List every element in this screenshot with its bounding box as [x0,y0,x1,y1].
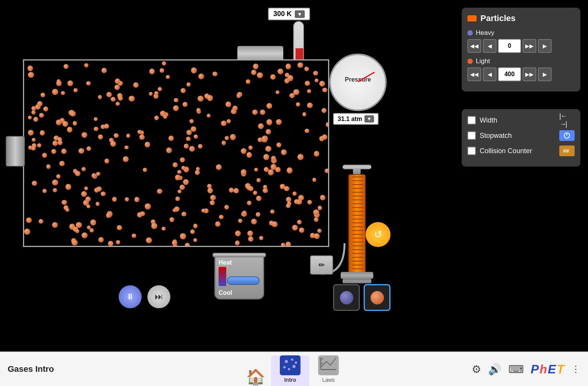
particle [87,146,91,151]
heavy-count-input[interactable] [498,39,521,53]
collision-checkbox[interactable] [467,147,476,155]
heat-cool-slider[interactable] [227,276,260,285]
particle [225,101,231,107]
particle [137,130,142,134]
svg-rect-13 [321,369,336,370]
heat-cool-container[interactable]: Heat Cool [214,253,266,299]
particle [254,168,258,172]
step-button[interactable]: ⏭ [147,285,170,308]
stopwatch-label: Stopwatch [480,132,512,140]
heavy-decrease-fast-button[interactable]: ◀◀ [467,39,481,53]
intro-icon-svg [281,356,300,375]
keyboard-button[interactable]: ⌨ [508,363,524,376]
heavy-decrease-button[interactable]: ◀ [483,39,497,53]
particle [266,129,271,134]
collision-icon: ## [559,146,575,156]
particle [46,164,51,168]
light-increase-button[interactable]: ▶▶ [523,67,536,81]
heavy-particle-selector[interactable] [333,284,360,311]
light-decrease-fast-button[interactable]: ◀◀ [467,67,481,81]
pressure-dropdown-button[interactable]: ▼ [364,115,374,123]
particle [271,156,276,161]
bucket-top [212,253,266,257]
particle [32,138,36,142]
particle [31,146,36,150]
particle [216,164,222,170]
light-controls: ◀◀ ◀ ▶▶ ▶ [467,67,575,81]
particle [62,200,67,205]
particle [259,236,263,240]
home-button[interactable]: 🏠 [240,368,271,386]
gas-container [23,59,329,247]
particle [37,101,42,106]
particle [185,243,190,247]
particle [98,95,102,99]
panel-header: Particles [467,13,575,23]
temperature-dropdown-button[interactable]: ▼ [295,10,305,18]
particle [201,209,205,213]
pressure-gauge: Pressure [329,54,387,111]
more-button[interactable]: ⋮ [571,364,580,375]
particle [296,199,302,205]
particle [31,106,36,111]
particle [313,71,318,76]
particle [108,241,113,246]
tab-laws[interactable]: Laws [309,355,348,386]
eraser-button[interactable]: ✏ [310,255,333,275]
particle [314,151,320,157]
particle [70,111,75,116]
particle [248,186,253,191]
particle [299,227,304,233]
laws-icon-svg [319,356,338,375]
particle [251,219,257,224]
particle [317,229,322,233]
particle [297,220,302,224]
particle [307,103,313,108]
heavy-increase-fast-button[interactable]: ▶ [538,39,552,53]
particle [123,156,129,162]
particle [118,96,123,101]
particle [247,231,253,236]
particle [82,132,87,138]
stopwatch-checkbox[interactable] [467,131,476,140]
light-count-input[interactable] [498,67,521,81]
particle [276,90,279,94]
tab-intro[interactable]: Intro [271,355,309,386]
particle [241,148,247,154]
particle [116,240,121,245]
particle [133,82,139,88]
particle [149,69,155,74]
stopwatch-svg [561,131,573,140]
particle [318,206,322,210]
particle [112,197,117,201]
particle [132,234,136,238]
particle [116,102,120,106]
particle [76,222,82,228]
particle [270,209,274,214]
particle [28,130,34,136]
particle [195,170,200,175]
restart-button[interactable]: ↺ [366,222,390,247]
nav-tabs: 🏠 Intro [240,355,348,386]
stopwatch-icon [559,130,575,141]
particle [98,237,104,242]
particle [98,134,103,139]
width-checkbox[interactable] [467,116,476,124]
sound-button[interactable]: 🔊 [488,363,501,376]
particle [281,243,286,247]
light-particle-selector[interactable] [364,284,390,311]
particle [268,169,274,175]
particle [193,224,198,228]
particle [86,81,90,85]
settings-button[interactable]: ⚙ [472,363,481,376]
pause-button[interactable]: ⏸ [119,285,142,308]
light-increase-fast-button[interactable]: ▶ [538,67,552,81]
particle [117,225,122,230]
width-icon: |← →| [559,115,575,126]
particle [146,237,152,244]
light-decrease-button[interactable]: ◀ [483,67,497,81]
piston-handle[interactable] [6,136,25,167]
light-type-dot [467,59,473,64]
particle [177,170,181,174]
heavy-increase-button[interactable]: ▶▶ [523,39,536,53]
